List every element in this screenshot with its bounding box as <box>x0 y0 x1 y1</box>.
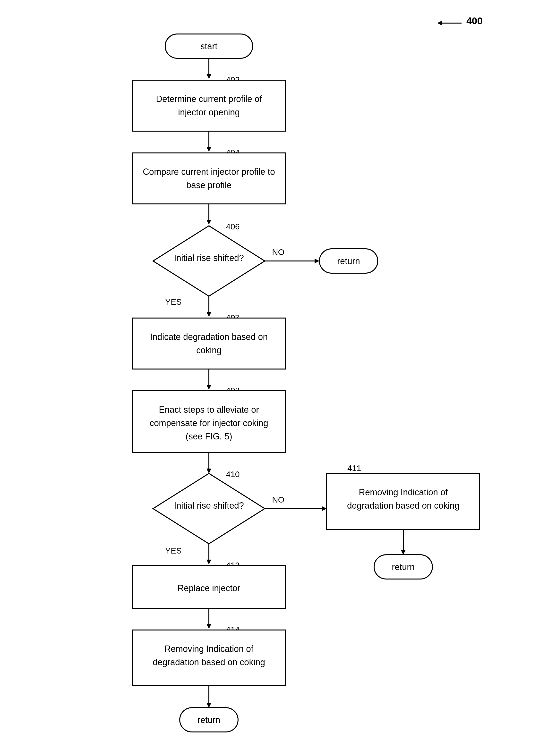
svg-marker-4 <box>206 74 211 79</box>
svg-rect-8 <box>133 153 286 204</box>
svg-marker-7 <box>206 147 211 152</box>
svg-marker-31 <box>206 560 211 564</box>
svg-marker-28 <box>401 550 406 555</box>
svg-marker-13 <box>315 258 319 263</box>
node-407: Indicate degradation based on coking <box>133 318 286 369</box>
node-406-line1: Initial rise shifted? <box>174 253 244 263</box>
return-label-1: return <box>337 256 360 266</box>
node-402-line1: Determine current profile of <box>156 94 262 104</box>
node-406: Initial rise shifted? <box>153 226 265 296</box>
svg-rect-5 <box>133 80 286 131</box>
node-412: Replace injector <box>133 566 286 608</box>
node-411: Removing Indication of degradation based… <box>327 473 480 529</box>
svg-marker-16 <box>206 312 211 317</box>
node-402: Determine current profile of injector op… <box>133 80 286 131</box>
start-label: start <box>200 41 217 51</box>
fig-number-label: 400 <box>466 15 483 26</box>
node-408-line1: Enact steps to alleviate or <box>159 405 259 415</box>
node-414: Removing Indication of degradation based… <box>133 630 286 686</box>
svg-marker-37 <box>206 703 211 708</box>
svg-rect-17 <box>133 318 286 369</box>
node-410: Initial rise shifted? <box>153 473 265 544</box>
no-label-406: NO <box>272 247 285 257</box>
yes-label-410: YES <box>165 546 182 555</box>
node-414-line2: degradation based on coking <box>153 657 265 667</box>
ref-410: 410 <box>226 470 240 479</box>
node-411-line2: degradation based on coking <box>347 501 459 510</box>
return-label-3: return <box>198 715 220 725</box>
node-410-line1: Initial rise shifted? <box>174 501 244 510</box>
return-node-2: return <box>374 555 432 579</box>
start-node: start <box>165 34 253 58</box>
return-node-1: return <box>319 249 378 273</box>
return-node-3: return <box>180 708 238 732</box>
node-412-line1: Replace injector <box>178 583 240 593</box>
yes-label-406: YES <box>165 297 182 306</box>
svg-marker-1 <box>437 21 442 26</box>
no-label-410: NO <box>272 495 285 504</box>
svg-marker-10 <box>206 220 211 225</box>
node-408-line3: (see FIG. 5) <box>185 432 232 441</box>
node-404-line2: base profile <box>186 180 232 190</box>
node-408: Enact steps to alleviate or compensate f… <box>133 391 286 453</box>
node-407-line2: coking <box>196 345 222 355</box>
svg-marker-34 <box>206 624 211 629</box>
node-411-line1: Removing Indication of <box>359 487 448 497</box>
node-402-line2: injector opening <box>178 107 240 117</box>
svg-marker-22 <box>206 469 211 473</box>
svg-marker-19 <box>206 385 211 390</box>
figure-number: 400 <box>437 15 483 26</box>
node-404-line1: Compare current injector profile to <box>143 167 275 177</box>
node-404: Compare current injector profile to base… <box>133 153 286 204</box>
node-407-line1: Indicate degradation based on <box>150 332 268 342</box>
ref-411: 411 <box>347 464 361 473</box>
node-414-line1: Removing Indication of <box>165 644 254 654</box>
return-label-2: return <box>392 562 415 572</box>
flowchart-diagram: 400 start 402 Determine current profile … <box>0 0 557 756</box>
ref-406: 406 <box>226 222 240 231</box>
node-408-line2: compensate for injector coking <box>150 418 268 428</box>
